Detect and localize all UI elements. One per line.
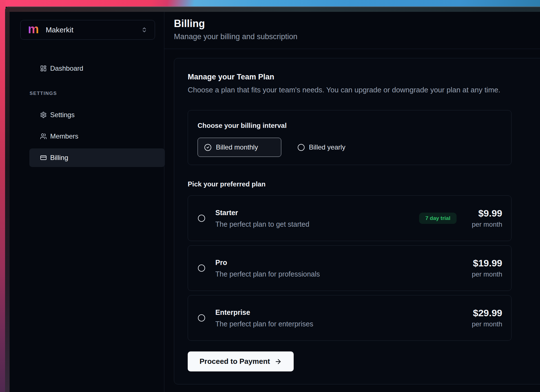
plans-label: Pick your preferred plan [188,180,538,189]
page-subtitle: Manage your billing and subscription [174,32,540,42]
radio-circle-icon[interactable] [198,214,205,222]
sidebar-item-settings[interactable]: Settings [29,106,165,124]
plan-name: Starter [215,208,309,218]
sidebar-item-members[interactable]: Members [29,127,165,146]
plan-info: Enterprise The perfect plan for enterpri… [215,307,313,329]
proceed-to-payment-label: Proceed to Payment [200,357,270,366]
app-root: m Makerkit Dashboard [10,12,540,392]
billed-monthly-option[interactable]: Billed monthly [198,138,281,157]
plan-pricing: $29.99 per month [472,307,502,329]
desktop-wallpaper-left [0,0,6,392]
window-left-edge [5,12,10,392]
chevrons-up-down-icon [141,27,147,33]
desktop: { "team_selector": { "logo_letter": "m",… [0,0,540,392]
plan-period: per month [472,270,502,279]
sidebar: m Makerkit Dashboard [10,12,164,392]
plan-period: per month [472,320,502,329]
sidebar-item-label: Members [50,132,78,140]
plan-row-enterprise[interactable]: Enterprise The perfect plan for enterpri… [188,295,512,341]
plan-description: The perfect plan for professionals [215,269,320,279]
users-icon [40,133,47,140]
billing-interval-box: Choose your billing interval Billed mont… [188,110,512,165]
circle-check-icon [204,144,212,151]
plan-description: The perfect plan to get started [215,219,309,229]
sidebar-item-dashboard[interactable]: Dashboard [29,59,165,78]
plan-info: Starter The perfect plan to get started [215,208,309,229]
plan-info: Pro The perfect plan for professionals [215,257,320,279]
team-selector[interactable]: m Makerkit [20,20,155,40]
billed-yearly-option[interactable]: Billed yearly [297,143,345,151]
window-titlebar-edge [5,6,540,12]
plan-name: Pro [215,257,320,268]
billing-interval-label: Choose your billing interval [198,121,502,130]
team-plan-card: Manage your Team Plan Choose a plan that… [174,58,540,384]
team-plan-description: Choose a plan that fits your team's need… [188,85,538,95]
dashboard-icon [40,65,47,72]
credit-card-icon [40,154,47,161]
billing-interval-options: Billed monthly Billed yearly [198,138,502,157]
plan-pricing: $19.99 per month [472,257,502,279]
plan-pricing: $9.99 per month [472,208,502,229]
desktop-wallpaper-top [0,0,540,7]
billed-monthly-label: Billed monthly [216,143,258,151]
sidebar-item-billing[interactable]: Billing [29,148,165,167]
trial-badge: 7 day trial [419,213,457,224]
page-title: Billing [174,17,540,30]
header-divider [164,49,540,49]
sidebar-nav: Dashboard SETTINGS Settings [20,59,155,167]
arrow-right-icon [275,358,282,365]
makerkit-logo-icon: m [28,24,39,34]
proceed-to-payment-button[interactable]: Proceed to Payment [188,351,294,371]
radio-circle-icon[interactable] [198,264,205,272]
gear-icon [40,112,47,118]
plan-row-starter[interactable]: Starter The perfect plan to get started … [188,195,512,241]
sidebar-item-label: Settings [50,111,75,119]
radio-circle-icon[interactable] [198,314,205,322]
plan-list: Starter The perfect plan to get started … [188,195,538,341]
plan-price: $9.99 [478,208,502,219]
main-content: Billing Manage your billing and subscrip… [164,12,540,392]
team-plan-title: Manage your Team Plan [188,72,538,82]
app-window: m Makerkit Dashboard [5,6,540,392]
plan-description: The perfect plan for enterprises [215,319,313,329]
plan-name: Enterprise [215,307,313,317]
sidebar-item-label: Billing [50,154,68,162]
plan-price: $19.99 [473,257,502,269]
radio-circle-icon [297,144,305,151]
plan-price: $29.99 [473,307,502,318]
sidebar-section-settings: SETTINGS [30,91,155,96]
plan-row-pro[interactable]: Pro The perfect plan for professionals $… [188,245,512,291]
plan-period: per month [472,220,502,229]
billed-yearly-label: Billed yearly [309,143,345,151]
sidebar-item-label: Dashboard [50,64,83,72]
team-name: Makerkit [46,26,73,34]
